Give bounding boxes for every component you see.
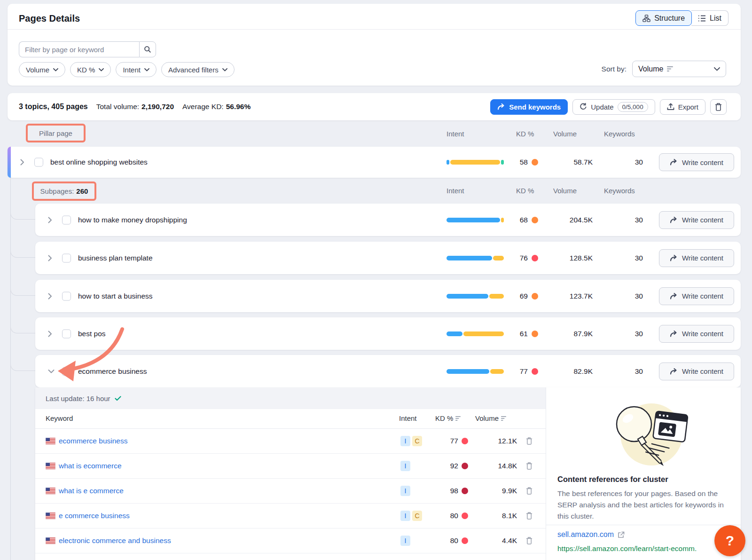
export-button[interactable]: Export <box>660 99 705 115</box>
send-keywords-button[interactable]: Send keywords <box>490 99 568 115</box>
sort-by-select[interactable]: Volume <box>632 61 726 77</box>
kd-value: 80 <box>428 512 458 520</box>
kd-dot <box>532 255 538 261</box>
write-content-button[interactable]: Write content <box>659 153 734 171</box>
sort-desc-icon <box>667 66 674 71</box>
kd-dot <box>462 513 468 519</box>
subpage-row[interactable]: business plan template 76 128.5K 30 Writ… <box>35 242 741 274</box>
row-checkbox[interactable] <box>62 292 71 300</box>
subpage-row[interactable]: how to start a business 69 123.7K 30 Wri… <box>35 280 741 312</box>
pillar-page-row[interactable]: best online shopping websites 58 58.7K 3… <box>8 147 741 178</box>
chevron-down-icon <box>144 68 149 71</box>
chevron-down-icon <box>99 68 104 71</box>
write-content-button[interactable]: Write content <box>659 325 734 343</box>
chevron-right-icon[interactable] <box>48 217 52 223</box>
chevron-right-icon[interactable] <box>20 159 24 166</box>
volume-value: 87.9K <box>550 330 593 338</box>
topics-pages-count: 3 topics, 405 pages <box>19 103 88 111</box>
search-button[interactable] <box>139 41 156 57</box>
structure-view-button[interactable]: Structure <box>635 10 692 26</box>
sort-icon <box>501 416 507 421</box>
column-header-intent: Intent <box>446 187 464 195</box>
search-input[interactable] <box>19 41 139 57</box>
list-view-button[interactable]: List <box>691 10 728 26</box>
kd-value: 58 <box>500 158 528 166</box>
update-button[interactable]: Update 0/5,000 <box>572 99 655 115</box>
row-checkbox[interactable] <box>62 253 71 262</box>
kd-value: 61 <box>500 330 528 338</box>
trash-icon[interactable] <box>526 437 533 445</box>
question-mark: ? <box>726 533 734 549</box>
volume-filter-dropdown[interactable]: Volume <box>19 62 65 77</box>
keywords-count: 30 <box>605 158 643 166</box>
write-content-button[interactable]: Write content <box>659 363 734 380</box>
reference-link[interactable]: sell.amazon.com <box>557 530 625 539</box>
summary-actions: Send keywords Update 0/5,000 Export <box>490 93 727 120</box>
trash-icon[interactable] <box>526 537 533 544</box>
intent-bar <box>446 369 504 374</box>
filter-pills: Volume KD % Intent Advanced filters <box>19 62 235 77</box>
chevron-right-icon[interactable] <box>48 255 52 261</box>
tree-branch-line <box>10 359 35 371</box>
volume-value: 9.9K <box>479 487 517 495</box>
chevron-down-icon <box>53 68 58 71</box>
divider <box>8 29 741 30</box>
keywords-count: 30 <box>605 330 643 338</box>
intent-bar <box>446 160 504 165</box>
keyword-row: ecommerce business I C 77 12.1K <box>35 429 546 454</box>
trash-icon[interactable] <box>526 462 533 470</box>
tree-trunk-line <box>10 178 11 560</box>
pages-details-card: Pages Details Structure List <box>8 4 741 86</box>
kd-filter-dropdown[interactable]: KD % <box>70 62 111 77</box>
check-icon <box>115 396 121 401</box>
summary-bar: 3 topics, 405 pages Total volume:2,190,7… <box>8 93 741 120</box>
trash-icon[interactable] <box>526 487 533 495</box>
trash-icon[interactable] <box>526 512 533 520</box>
us-flag-icon <box>46 537 55 544</box>
us-flag-icon <box>46 488 55 494</box>
kd-value: 77 <box>428 437 458 445</box>
write-content-button[interactable]: Write content <box>659 287 734 305</box>
delete-button[interactable] <box>710 99 727 115</box>
write-content-button[interactable]: Write content <box>659 211 734 229</box>
kd-dot <box>532 217 538 223</box>
column-header-intent: Intent <box>399 414 417 422</box>
column-header-keywords: Keywords <box>604 130 635 138</box>
tree-branch-line <box>10 207 35 220</box>
last-update-text: Last update: 16 hour <box>46 394 110 402</box>
forward-arrow-icon <box>670 255 678 261</box>
keyword-link[interactable]: e commerce business <box>59 512 130 520</box>
help-button[interactable]: ? <box>714 525 745 556</box>
subpage-row-expanded[interactable]: ecommerce business 77 82.9K 30 Write con… <box>35 355 741 387</box>
us-flag-icon <box>46 513 55 519</box>
column-header-kd-sort[interactable]: KD % <box>435 414 461 422</box>
volume-value: 8.1K <box>479 512 517 520</box>
chevron-down-icon <box>222 68 227 71</box>
filter-search <box>19 41 156 57</box>
column-header-keyword: Keyword <box>46 414 73 422</box>
us-flag-icon <box>46 438 55 444</box>
volume-value: 82.9K <box>550 367 593 376</box>
sort-by: Sort by: Volume <box>602 61 726 77</box>
advanced-filters-dropdown[interactable]: Advanced filters <box>161 62 235 77</box>
row-checkbox[interactable] <box>62 215 71 224</box>
keyword-link[interactable]: ecommerce business <box>59 437 127 445</box>
column-header-volume-sort[interactable]: Volume <box>475 414 507 422</box>
keyword-link[interactable]: what is e commerce <box>59 487 124 495</box>
keyword-link[interactable]: what is ecommerce <box>59 462 122 470</box>
search-icon <box>144 46 151 53</box>
column-header-kd: KD % <box>516 130 534 138</box>
write-content-button[interactable]: Write content <box>659 249 734 267</box>
forward-arrow-icon <box>670 368 678 375</box>
references-illustration <box>594 400 693 469</box>
forward-arrow-icon <box>670 331 678 337</box>
chevron-right-icon[interactable] <box>48 293 52 300</box>
intent-filter-dropdown[interactable]: Intent <box>116 62 157 77</box>
keyword-link[interactable]: electronic commerce and business <box>59 536 171 545</box>
subpage-row[interactable]: best pos 61 87.9K 30 Write content <box>35 317 741 350</box>
last-update-bar: Last update: 16 hour <box>35 387 546 409</box>
subpage-row[interactable]: how to make money dropshipping 68 204.5K… <box>35 204 741 236</box>
volume-value: 204.5K <box>550 216 593 224</box>
row-checkbox[interactable] <box>34 158 43 167</box>
chevron-down-icon <box>714 67 720 71</box>
